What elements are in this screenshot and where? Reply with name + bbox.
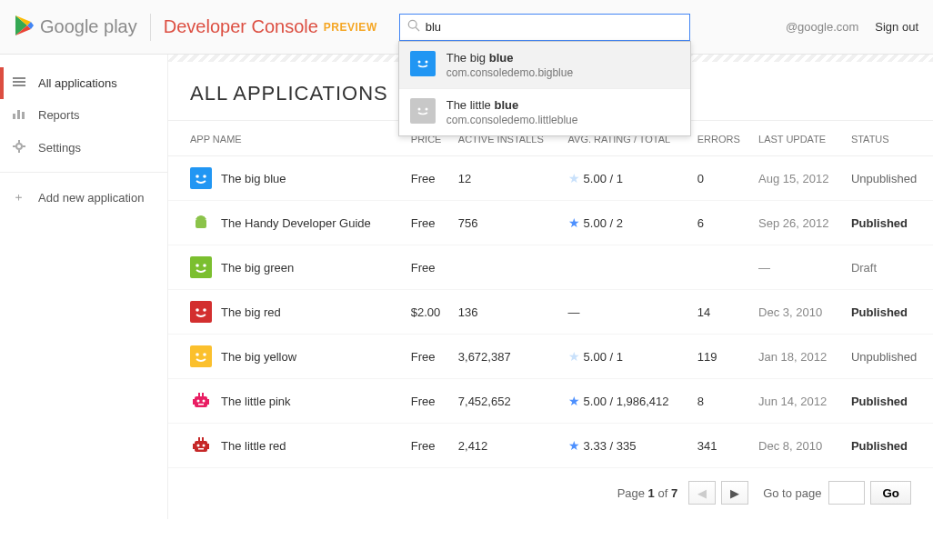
chevron-left-icon: ◀ [697, 486, 707, 500]
app-icon [410, 98, 436, 124]
column-header[interactable]: APP NAME [168, 121, 406, 156]
table-row[interactable]: The big red$2.00136—14Dec 3, 2010Publish… [168, 290, 933, 335]
table-row[interactable]: The little pinkFree7,452,652★5.00 / 1,98… [168, 379, 933, 424]
svg-point-25 [203, 264, 206, 267]
svg-rect-17 [190, 167, 212, 189]
svg-point-35 [197, 400, 200, 403]
table-row[interactable]: The little redFree2,412★3.33 / 335341Dec… [168, 424, 933, 468]
table-row[interactable]: The big greenFree—Draft [168, 245, 933, 290]
avg-rating: ★5.00 / 1,986,412 [563, 379, 692, 424]
add-new-application[interactable]: ＋ Add new application [0, 180, 167, 215]
goto-page-input[interactable] [828, 481, 865, 505]
svg-rect-42 [207, 444, 209, 449]
next-page-button[interactable]: ▶ [721, 481, 748, 505]
last-update: Sep 26, 2012 [753, 201, 846, 245]
search-suggestion-item[interactable]: The little bluecom.consoledemo.littleblu… [399, 88, 690, 135]
bar-chart-icon [13, 108, 29, 122]
active-installs: 3,672,387 [453, 335, 563, 379]
svg-point-36 [203, 400, 206, 403]
last-update: Jun 14, 2012 [753, 379, 846, 424]
table-row[interactable]: The big yellowFree3,672,387★5.00 / 1119J… [168, 335, 933, 379]
price: Free [406, 245, 453, 290]
avg-rating: ★3.33 / 335 [563, 424, 692, 468]
price: Free [406, 335, 453, 379]
pager: Page 1 of 7 ◀ ▶ Go to page Go [168, 468, 933, 505]
console-title: Developer Console [164, 16, 318, 37]
svg-point-44 [203, 445, 206, 447]
chevron-right-icon: ▶ [730, 486, 739, 500]
svg-rect-6 [13, 77, 25, 79]
column-header[interactable]: LAST UPDATE [753, 121, 846, 156]
avg-rating: ★5.00 / 2 [563, 201, 692, 245]
search-suggestions: The big bluecom.consoledemo.bigblueThe l… [398, 41, 691, 136]
status: Unpublished [846, 156, 933, 201]
svg-rect-41 [193, 444, 195, 449]
svg-point-2 [417, 60, 420, 63]
plus-icon: ＋ [13, 189, 29, 205]
avg-rating: ★5.00 / 1 [563, 156, 692, 201]
app-icon [190, 167, 212, 189]
svg-rect-47 [202, 437, 204, 441]
last-update: Aug 15, 2012 [753, 156, 846, 201]
table-row[interactable]: The big blueFree12★5.00 / 10Aug 15, 2012… [168, 156, 933, 201]
active-installs: 2,412 [453, 424, 563, 468]
sign-out-link[interactable]: Sign out [875, 20, 918, 34]
column-header[interactable]: ERRORS [692, 121, 753, 156]
sidebar-item-label: Reports [38, 108, 80, 122]
search-suggestion-item[interactable]: The big bluecom.consoledemo.bigblue [399, 42, 690, 88]
svg-rect-46 [198, 437, 200, 441]
svg-point-3 [425, 60, 427, 63]
column-header[interactable]: STATUS [846, 121, 933, 156]
svg-point-24 [196, 264, 199, 267]
user-email[interactable]: @google.com [786, 20, 858, 34]
list-icon [13, 76, 29, 90]
svg-rect-39 [202, 393, 204, 396]
app-icon [190, 435, 212, 456]
status: Draft [846, 245, 933, 290]
status: Published [846, 290, 933, 335]
search-box[interactable] [399, 14, 690, 41]
sidebar-item-label: All applications [38, 76, 117, 90]
price: $2.00 [406, 290, 453, 335]
svg-point-5 [425, 107, 427, 110]
app-icon [190, 390, 212, 412]
suggestion-title: The big blue [446, 51, 573, 65]
svg-point-12 [16, 144, 22, 149]
app-name: The big green [221, 261, 294, 275]
logo-text: Google play [40, 16, 137, 37]
svg-point-31 [203, 353, 206, 356]
app-name: The big yellow [221, 350, 296, 364]
logo[interactable]: Google play [15, 15, 137, 39]
sidebar-item-label: Settings [38, 141, 81, 155]
svg-rect-40 [195, 441, 207, 452]
price: Free [406, 156, 453, 201]
add-new-label: Add new application [38, 191, 144, 205]
svg-rect-38 [198, 393, 200, 396]
app-icon [190, 256, 212, 278]
app-icon [190, 345, 212, 367]
sidebar-item-reports[interactable]: Reports [0, 99, 167, 131]
status: Published [846, 201, 933, 245]
table-row[interactable]: The Handy Developer GuideFree756★5.00 / … [168, 201, 933, 245]
search-input[interactable] [426, 20, 682, 34]
errors: 341 [692, 424, 753, 468]
active-installs: 756 [453, 201, 563, 245]
svg-rect-45 [198, 448, 204, 450]
prev-page-button[interactable]: ◀ [688, 481, 716, 505]
star-icon: ★ [568, 438, 580, 453]
svg-rect-33 [193, 399, 195, 405]
go-button[interactable]: Go [870, 481, 911, 505]
divider [150, 14, 151, 41]
app-name: The little pink [221, 395, 291, 408]
svg-rect-26 [190, 301, 212, 323]
svg-point-0 [408, 20, 416, 28]
svg-point-4 [417, 107, 420, 110]
app-name: The big blue [221, 172, 286, 185]
sidebar-item-all-applications[interactable]: All applications [0, 67, 167, 99]
search-icon [407, 19, 420, 35]
sidebar-item-settings[interactable]: Settings [0, 131, 167, 165]
star-icon: ★ [568, 349, 580, 364]
errors: 6 [692, 201, 753, 245]
active-installs: 12 [453, 156, 563, 201]
header: Google play Developer Console PREVIEW Th… [0, 0, 933, 55]
